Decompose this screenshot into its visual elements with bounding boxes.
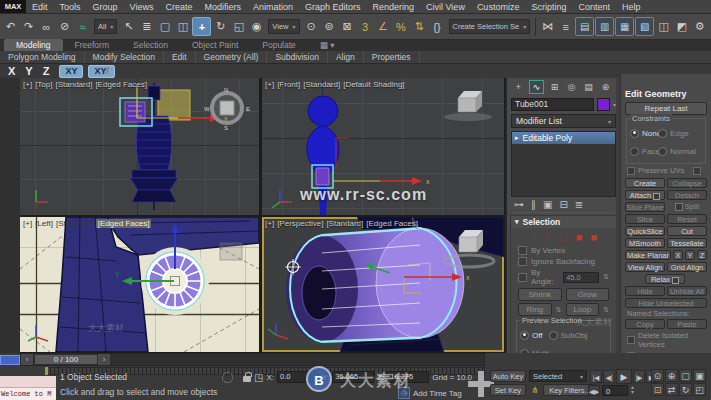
delete-isolated-vertices-checkbox[interactable] (627, 336, 635, 344)
axis-z-label[interactable]: Z (43, 65, 50, 77)
pin-stack-icon[interactable]: ⊶ (514, 199, 524, 210)
slice-plane-button[interactable]: Slice Plane (625, 202, 665, 212)
select-and-link-icon[interactable]: ∞ (38, 18, 55, 35)
ring-button[interactable]: Ring (518, 303, 552, 316)
menu-create[interactable]: Create (159, 2, 198, 12)
viewport-left[interactable]: Y Z [+] [Left] [Standard] [Edged Faces] (20, 217, 259, 352)
hide-selected-button[interactable]: Hide Selected (625, 286, 665, 296)
reset-plane-button[interactable]: Reset Plane (667, 214, 707, 224)
menu-views[interactable]: Views (124, 2, 160, 12)
auto-key-button[interactable]: Auto Key (490, 370, 526, 382)
tessellate-button[interactable]: Tessellate (667, 238, 707, 248)
viewport-view-label[interactable]: [Left] (35, 219, 53, 228)
menu-customize[interactable]: Customize (471, 2, 526, 12)
viewport-shading-label[interactable]: [Default Shading] (343, 80, 404, 89)
window-crossing-icon[interactable]: ◫ (174, 18, 191, 35)
tab-object-paint[interactable]: Object Paint (180, 39, 250, 51)
subtab-subdivision[interactable]: Subdivision (267, 51, 327, 63)
subtab-modify-selection[interactable]: Modify Selection (85, 51, 164, 63)
time-slider[interactable]: ‹ 0 / 100 › (20, 353, 485, 366)
grid-align-button[interactable]: Grid Align (667, 262, 707, 272)
ignore-backfacing-checkbox[interactable] (518, 257, 527, 266)
hierarchy-tab-icon[interactable]: ⊞ (548, 81, 561, 93)
constraint-edge-radio[interactable]: Edge (658, 129, 684, 138)
subtab-polygon-modeling[interactable]: Polygon Modeling (0, 51, 85, 63)
display-tab-icon[interactable]: ▤ (582, 81, 595, 93)
selection-rollout-header[interactable]: ▾ Selection (511, 216, 616, 228)
loop-button[interactable]: Loop (566, 303, 600, 316)
menu-edit[interactable]: Edit (26, 2, 54, 12)
use-pivot-center-icon[interactable]: ⊙ (303, 18, 320, 35)
viewport-perspective[interactable]: x [+] [Perspective] [Stand (262, 217, 504, 352)
next-frame-button[interactable]: |▶ (633, 370, 645, 383)
viewport-menu-button[interactable]: [+] (23, 219, 32, 228)
app-logo[interactable]: MAX (0, 0, 26, 13)
relax-button[interactable]: Relax (645, 274, 685, 284)
curve-editor-icon[interactable]: ▧ (635, 17, 654, 36)
key-mode-toggle[interactable]: ◀▶ (588, 385, 600, 396)
undo-icon[interactable]: ↶ (2, 18, 19, 35)
time-back-arrow[interactable]: ‹ (21, 354, 34, 365)
snaps-toggle-icon[interactable]: 3 (357, 18, 374, 35)
select-and-scale-icon[interactable]: ◱ (230, 18, 247, 35)
macro-recorder-pane[interactable] (0, 376, 56, 388)
show-end-result-icon[interactable]: ∥ (531, 199, 536, 210)
menu-civil-view[interactable]: Civil View (420, 2, 471, 12)
paste-button[interactable]: Paste (667, 319, 707, 329)
stack-item-editable-poly[interactable]: ▸ Editable Poly (512, 132, 615, 144)
key-filter-dropdown[interactable]: Selected ▾ (529, 370, 587, 382)
spinner-icon[interactable]: ⇅ (556, 306, 562, 314)
select-and-rotate-icon[interactable]: ↻ (212, 18, 229, 35)
scene-explorer-icon[interactable]: ▤ (575, 17, 594, 36)
preview-subobj-radio[interactable]: SubObj (549, 331, 588, 340)
motion-tab-icon[interactable]: ◎ (565, 81, 578, 93)
grow-button[interactable]: Grow (566, 288, 610, 301)
collapse-button[interactable]: Collapse (667, 178, 707, 188)
render-setup-icon[interactable]: ⚙ (691, 18, 708, 35)
maximize-viewport-icon[interactable]: ◰ (693, 383, 706, 396)
named-selection-set-dropdown[interactable]: Create Selection Se▾ (449, 19, 531, 34)
top-viewport-canvas[interactable]: x N S W E (20, 78, 259, 215)
time-forward-arrow[interactable]: › (98, 354, 111, 365)
percent-snap-icon[interactable]: % (393, 18, 410, 35)
make-unique-icon[interactable]: ▣ (543, 199, 552, 210)
unlink-selection-icon[interactable]: ⊘ (56, 18, 73, 35)
element-subobject-icon[interactable]: ■ (590, 231, 597, 243)
selection-region-icon[interactable]: ▢ (156, 18, 173, 35)
detach-button[interactable]: Detach (667, 190, 707, 200)
viewport-shading-label[interactable]: [Edged Faces] (366, 219, 418, 228)
by-angle-field[interactable]: 45.0 (563, 272, 599, 283)
menu-group[interactable]: Group (87, 2, 124, 12)
menu-content[interactable]: Content (572, 2, 616, 12)
left-viewport-canvas[interactable]: Y Z (20, 217, 259, 352)
viewport-renderer-label[interactable]: [Standard] (326, 219, 363, 228)
absolute-mode-icon[interactable]: ◳ (254, 372, 263, 383)
viewcube-ghost[interactable] (220, 243, 242, 260)
viewport-shading-label[interactable]: [Edged Faces] (96, 219, 152, 228)
new-key-tangent-icon[interactable]: ⋔ (529, 384, 541, 396)
modify-tab-icon[interactable]: ∿ (529, 80, 544, 94)
tab-populate[interactable]: Populate (250, 39, 308, 51)
slice-button[interactable]: Slice (625, 214, 665, 224)
schematic-view-icon[interactable]: ◫ (655, 18, 672, 35)
subtab-edit[interactable]: Edit (164, 51, 196, 63)
mini-listener-toggle[interactable] (0, 355, 20, 365)
edit-geometry-title[interactable]: Edit Geometry (621, 87, 711, 102)
selection-filter-dropdown[interactable]: All▾ (94, 19, 117, 34)
viewport-shading-label[interactable]: [Edged Faces] (95, 80, 147, 89)
named-selection-sets-icon[interactable]: {} (429, 18, 446, 35)
set-key-button[interactable]: Set Key (490, 384, 526, 396)
zoom-extents-icon[interactable]: ▢ (679, 369, 692, 382)
split-checkbox[interactable]: Split (667, 202, 707, 212)
angle-snap-icon[interactable]: ∠ (375, 18, 392, 35)
msmooth-button[interactable]: MSmooth (625, 238, 665, 248)
menu-scripting[interactable]: Scripting (525, 2, 572, 12)
viewport-menu-button[interactable]: [+] (265, 80, 274, 89)
zoom-icon[interactable]: ⊙ (651, 369, 664, 382)
by-angle-checkbox[interactable] (518, 273, 527, 282)
make-planar-x-button[interactable]: X (673, 250, 683, 260)
preserve-uvs-settings-icon[interactable] (693, 167, 701, 175)
keyboard-override-icon[interactable]: ⊠ (339, 18, 356, 35)
time-slider-handle[interactable]: 0 / 100 (34, 354, 98, 365)
border-subobject-icon[interactable]: ▢ (558, 231, 567, 243)
